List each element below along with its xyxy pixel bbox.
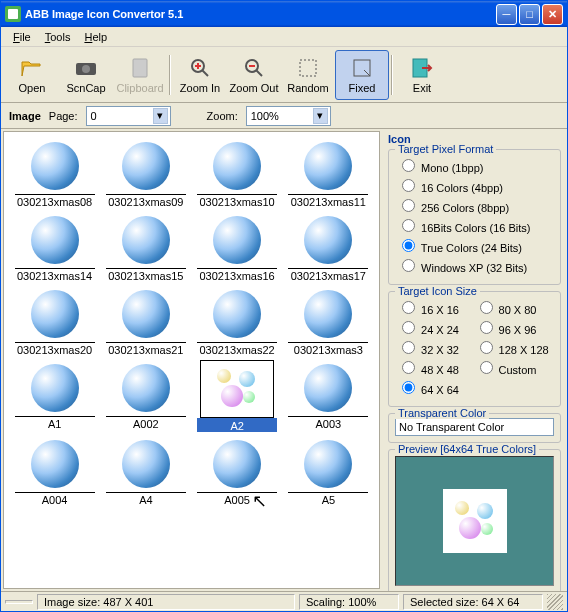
thumbnail-pane[interactable]: 030213xmas08030213xmas09030213xmas100302… (3, 131, 380, 589)
page-combo[interactable]: 0 ▾ (86, 106, 171, 126)
icon-size-option[interactable]: 80 X 80 (475, 298, 553, 318)
thumbnail-item[interactable]: A002 (101, 360, 190, 432)
thumbnail-image (294, 362, 362, 414)
thumbnail-image (294, 288, 362, 340)
thumbnail-caption: A2 (197, 418, 277, 432)
thumbnail-item[interactable]: 030213xmas3 (284, 286, 373, 356)
app-window: ABB Image Icon Convertor 5.1 ─ □ ✕ File … (0, 0, 568, 612)
toolbar-separator (169, 55, 171, 95)
clipboard-icon (128, 56, 152, 80)
transparent-color-group: Transparent Color (388, 413, 561, 443)
icon-size-option[interactable]: 24 X 24 (397, 318, 475, 338)
sub-toolbar: Image Page: 0 ▾ Zoom: 100% ▾ (1, 103, 567, 129)
thumbnail-image (203, 288, 271, 340)
fixed-button[interactable]: Fixed (335, 50, 389, 100)
maximize-button[interactable]: □ (519, 4, 540, 25)
thumbnail-item[interactable]: A003 (284, 360, 373, 432)
thumbnail-caption: A5 (288, 492, 368, 506)
zoomout-button[interactable]: Zoom Out (227, 50, 281, 100)
thumbnail-caption: A4 (106, 492, 186, 506)
icon-size-option[interactable]: 96 X 96 (475, 318, 553, 338)
thumbnail-caption: A002 (106, 416, 186, 430)
thumbnail-image (112, 438, 180, 490)
thumbnail-item[interactable]: 030213xmas09 (101, 138, 190, 208)
random-crop-icon (296, 56, 320, 80)
open-button[interactable]: Open (5, 50, 59, 100)
thumbnail-image (112, 288, 180, 340)
pixel-format-option[interactable]: 16Bits Colors (16 Bits) (397, 216, 552, 236)
fixed-crop-icon (350, 56, 374, 80)
menu-tools[interactable]: Tools (39, 29, 77, 45)
thumbnail-caption: A004 (15, 492, 95, 506)
pixel-format-option[interactable]: True Colors (24 Bits) (397, 236, 552, 256)
icon-size-option[interactable]: 64 X 64 (397, 378, 475, 398)
menu-file[interactable]: File (7, 29, 37, 45)
thumbnail-item[interactable]: 030213xmas21 (101, 286, 190, 356)
thumbnail-caption: 030213xmas16 (197, 268, 277, 282)
thumbnail-image (294, 438, 362, 490)
thumbnail-caption: 030213xmas21 (106, 342, 186, 356)
svg-point-1 (82, 65, 90, 73)
icon-size-option[interactable]: 48 X 48 (397, 358, 475, 378)
thumbnail-item[interactable]: 030213xmas16 (193, 212, 282, 282)
thumbnail-item[interactable]: 030213xmas22 (193, 286, 282, 356)
svg-line-8 (256, 70, 262, 76)
thumbnail-image (203, 438, 271, 490)
pixel-format-option[interactable]: 256 Colors (8bpp) (397, 196, 552, 216)
thumbnail-item[interactable]: 030213xmas08 (10, 138, 99, 208)
thumbnail-item[interactable]: 030213xmas10 (193, 138, 282, 208)
pixel-format-option[interactable]: 16 Colors (4bpp) (397, 176, 552, 196)
thumbnail-caption: A1 (15, 416, 95, 430)
thumbnail-image (21, 140, 89, 192)
svg-rect-2 (133, 59, 147, 77)
thumbnail-item[interactable]: 030213xmas14 (10, 212, 99, 282)
thumbnail-item[interactable]: A005 (193, 436, 282, 506)
svg-rect-10 (300, 60, 316, 76)
icon-panel: Icon Target Pixel Format Mono (1bpp) 16 … (382, 129, 567, 591)
thumbnail-caption: 030213xmas20 (15, 342, 95, 356)
thumbnail-item[interactable]: A1 (10, 360, 99, 432)
image-label: Image (9, 110, 41, 122)
thumbnail-item[interactable]: A4 (101, 436, 190, 506)
thumbnail-item[interactable]: 030213xmas15 (101, 212, 190, 282)
toolbar-separator (391, 55, 393, 95)
zoomin-button[interactable]: Zoom In (173, 50, 227, 100)
titlebar[interactable]: ABB Image Icon Convertor 5.1 ─ □ ✕ (1, 1, 567, 27)
thumbnail-item[interactable]: A2 (193, 360, 282, 432)
toolbar: Open ScnCap Clipboard Zoom In Zoom Out R… (1, 47, 567, 103)
thumbnail-caption: 030213xmas22 (197, 342, 277, 356)
icon-size-option[interactable]: 16 X 16 (397, 298, 475, 318)
thumbnail-image (21, 362, 89, 414)
thumbnail-item[interactable]: 030213xmas11 (284, 138, 373, 208)
thumbnail-item[interactable]: A5 (284, 436, 373, 506)
transparent-color-input[interactable] (395, 418, 554, 436)
icon-size-option[interactable]: Custom (475, 358, 553, 378)
pixel-format-option[interactable]: Windows XP (32 Bits) (397, 256, 552, 276)
icon-size-option[interactable]: 32 X 32 (397, 338, 475, 358)
thumbnail-caption: A003 (288, 416, 368, 430)
thumbnail-image (21, 288, 89, 340)
folder-open-icon (20, 56, 44, 80)
preview-group: Preview [64x64 True Colors] 💾 Save to Ic… (388, 449, 561, 591)
thumbnail-item[interactable]: 030213xmas17 (284, 212, 373, 282)
status-selected-size: Selected size: 64 X 64 (403, 594, 543, 610)
menu-help[interactable]: Help (78, 29, 113, 45)
pixel-format-option[interactable]: Mono (1bpp) (397, 156, 552, 176)
exit-button[interactable]: Exit (395, 50, 449, 100)
random-button[interactable]: Random (281, 50, 335, 100)
thumbnail-image (21, 214, 89, 266)
chevron-down-icon: ▾ (153, 108, 168, 124)
thumbnail-item[interactable]: 030213xmas20 (10, 286, 99, 356)
zoom-combo[interactable]: 100% ▾ (246, 106, 331, 126)
scncap-button[interactable]: ScnCap (59, 50, 113, 100)
resize-grip[interactable] (547, 594, 563, 610)
icon-size-option[interactable]: 128 X 128 (475, 338, 553, 358)
clipboard-button: Clipboard (113, 50, 167, 100)
zoom-in-icon (188, 56, 212, 80)
thumbnail-item[interactable]: A004 (10, 436, 99, 506)
svg-line-4 (202, 70, 208, 76)
close-button[interactable]: ✕ (542, 4, 563, 25)
status-scaling: Scaling: 100% (299, 594, 399, 610)
thumbnail-caption: 030213xmas08 (15, 194, 95, 208)
minimize-button[interactable]: ─ (496, 4, 517, 25)
